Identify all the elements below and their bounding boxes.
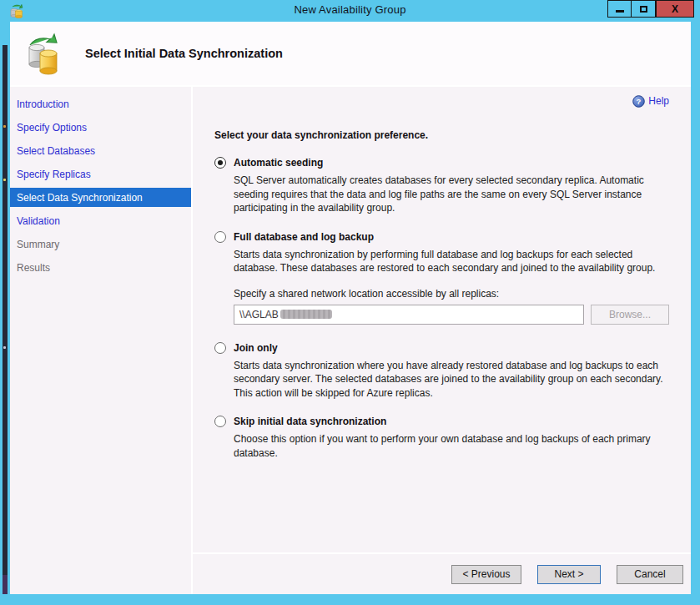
sidebar-item-introduction[interactable]: Introduction: [10, 93, 191, 116]
maximize-button[interactable]: [632, 0, 656, 18]
wizard-footer: < Previous Next > Cancel: [193, 552, 691, 594]
option-skip-sync: Skip initial data synchronization Choose…: [214, 416, 669, 460]
wizard-steps-sidebar: Introduction Specify Options Select Data…: [10, 87, 193, 594]
sidebar-item-summary: Summary: [10, 233, 191, 256]
minimize-button[interactable]: [607, 0, 632, 18]
close-icon: X: [672, 4, 678, 14]
join-only-description: Starts data synchronization where you ha…: [234, 359, 669, 401]
previous-button[interactable]: < Previous: [451, 565, 521, 584]
share-path-redacted-text: [280, 310, 332, 319]
background-speck: [3, 346, 6, 349]
data-sync-databases-icon: [25, 31, 63, 76]
page-title: Select Initial Data Synchronization: [85, 47, 283, 60]
main-panel: ? Help Select your data synchronization …: [193, 87, 691, 594]
background-speck: [3, 125, 6, 128]
join-only-label[interactable]: Join only: [234, 342, 278, 354]
new-availability-group-dialog: Select Initial Data Synchronization Intr…: [10, 22, 691, 594]
skip-sync-label[interactable]: Skip initial data synchronization: [234, 416, 386, 427]
sidebar-item-select-data-synchronization[interactable]: Select Data Synchronization: [10, 188, 191, 207]
join-only-radio[interactable]: [214, 342, 226, 354]
automatic-seeding-radio[interactable]: [214, 157, 226, 169]
preference-heading: Select your data synchronization prefere…: [214, 129, 669, 141]
maximize-icon: [640, 6, 647, 13]
automatic-seeding-description: SQL Server automatically creates databas…: [234, 174, 669, 215]
option-full-backup: Full database and log backup Starts data…: [214, 231, 669, 325]
help-icon: ?: [632, 95, 645, 108]
full-backup-label[interactable]: Full database and log backup: [234, 231, 374, 243]
skip-sync-radio[interactable]: [214, 416, 226, 427]
sidebar-item-specify-replicas[interactable]: Specify Replicas: [10, 163, 191, 186]
skip-sync-description: Choose this option if you want to perfor…: [234, 432, 669, 460]
cancel-button[interactable]: Cancel: [617, 565, 683, 584]
close-button[interactable]: X: [656, 0, 694, 18]
browse-button: Browse...: [591, 305, 669, 325]
help-label: Help: [648, 95, 669, 107]
automatic-seeding-label[interactable]: Automatic seeding: [234, 157, 323, 169]
window-title: New Availability Group: [0, 3, 700, 16]
option-automatic-seeding: Automatic seeding SQL Server automatical…: [214, 157, 669, 215]
minimize-icon: [616, 10, 624, 13]
option-join-only: Join only Starts data synchronization wh…: [214, 342, 669, 401]
sidebar-item-specify-options[interactable]: Specify Options: [10, 116, 191, 139]
background-window-sliver-bottom: [3, 575, 8, 594]
sidebar-item-validation[interactable]: Validation: [10, 209, 191, 233]
share-location-label: Specify a shared network location access…: [234, 288, 669, 300]
share-path-value: \\AGLAB: [239, 309, 279, 320]
title-bar[interactable]: New Availability Group X: [0, 0, 700, 22]
next-button[interactable]: Next >: [537, 565, 601, 584]
full-backup-description: Starts data synchronization by performin…: [234, 248, 669, 275]
sidebar-item-results: Results: [10, 256, 191, 280]
sidebar-item-select-databases[interactable]: Select Databases: [10, 139, 191, 163]
wizard-header: Select Initial Data Synchronization: [10, 22, 691, 87]
background-speck: [3, 179, 6, 181]
help-link[interactable]: ? Help: [632, 95, 669, 108]
full-backup-radio[interactable]: [214, 231, 226, 243]
svg-text:?: ?: [637, 97, 642, 106]
share-path-input[interactable]: \\AGLAB: [234, 305, 584, 325]
